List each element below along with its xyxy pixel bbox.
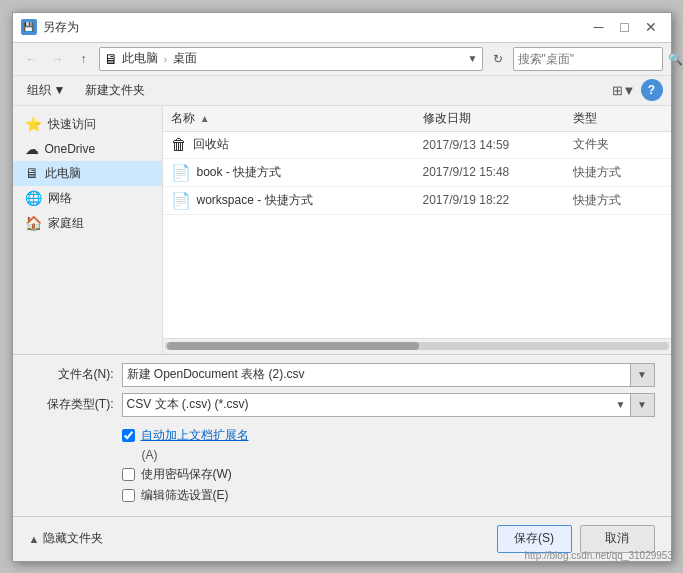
filetype-label: 保存类型(T): bbox=[29, 396, 114, 413]
save-button[interactable]: 保存(S) bbox=[497, 525, 572, 553]
onedrive-icon: ☁ bbox=[25, 141, 39, 157]
nav-item-network[interactable]: 🌐 网络 bbox=[13, 186, 162, 211]
filter-settings-row: 编辑筛选设置(E) bbox=[122, 487, 655, 504]
this-pc-icon: 🖥 bbox=[25, 165, 39, 181]
password-label[interactable]: 使用密码保存(W) bbox=[141, 466, 232, 483]
footer: ▲ 隐藏文件夹 保存(S) 取消 bbox=[13, 516, 671, 561]
homegroup-icon: 🏠 bbox=[25, 215, 42, 231]
file-name-workspace: workspace - 快捷方式 bbox=[197, 192, 423, 209]
address-bar[interactable]: 🖥 此电脑 › 桌面 ▼ bbox=[99, 47, 483, 71]
filetype-value: CSV 文本 (.csv) (*.csv) bbox=[127, 396, 616, 413]
nav-item-onedrive[interactable]: ☁ OneDrive bbox=[13, 137, 162, 161]
cancel-button[interactable]: 取消 bbox=[580, 525, 655, 553]
nav-item-network-label: 网络 bbox=[48, 190, 150, 207]
file-type-book: 快捷方式 bbox=[573, 164, 663, 181]
refresh-button[interactable]: ↻ bbox=[487, 48, 509, 70]
minimize-button[interactable]: ─ bbox=[587, 17, 611, 37]
up-button[interactable]: ↑ bbox=[73, 48, 95, 70]
title-controls: ─ □ ✕ bbox=[587, 17, 663, 37]
network-icon: 🌐 bbox=[25, 190, 42, 206]
dialog-icon: 💾 bbox=[21, 19, 37, 35]
filetype-dropdown-button[interactable]: ▼ bbox=[631, 393, 655, 417]
new-folder-button[interactable]: 新建文件夹 bbox=[79, 79, 151, 102]
nav-item-quick-access-label: 快速访问 bbox=[48, 116, 150, 133]
address-dropdown-arrow[interactable]: ▼ bbox=[468, 53, 478, 64]
auto-ext-label[interactable]: 自动加上文档扩展名 bbox=[141, 427, 249, 444]
col-name-header[interactable]: 名称 ▲ bbox=[171, 110, 423, 127]
main-area: ⭐ 快速访问 ☁ OneDrive 🖥 此电脑 🌐 网络 🏠 家庭组 bbox=[13, 106, 671, 354]
auto-ext-checkbox[interactable] bbox=[122, 429, 135, 442]
file-date-workspace: 2017/9/19 18:22 bbox=[423, 193, 573, 207]
search-icon: 🔍 bbox=[668, 52, 683, 66]
organize-label: 组织 bbox=[27, 82, 51, 99]
nav-item-quick-access[interactable]: ⭐ 快速访问 bbox=[13, 112, 162, 137]
address-folder-icon: 🖥 bbox=[104, 51, 118, 67]
view-toggle-button[interactable]: ⊞ ▼ bbox=[611, 79, 637, 101]
close-button[interactable]: ✕ bbox=[639, 17, 663, 37]
forward-button[interactable]: → bbox=[47, 48, 69, 70]
search-bar[interactable]: 🔍 bbox=[513, 47, 663, 71]
help-button[interactable]: ? bbox=[641, 79, 663, 101]
nav-item-homegroup-label: 家庭组 bbox=[48, 215, 150, 232]
checkbox-area: 自动加上文档扩展名 (A) 使用密码保存(W) 编辑筛选设置(E) bbox=[29, 423, 655, 508]
bottom-form-area: 文件名(N): ▼ 保存类型(T): CSV 文本 (.csv) (*.csv)… bbox=[13, 354, 671, 516]
scrollbar-track bbox=[165, 342, 669, 350]
col-type-header[interactable]: 类型 bbox=[573, 110, 663, 127]
nav-panel: ⭐ 快速访问 ☁ OneDrive 🖥 此电脑 🌐 网络 🏠 家庭组 bbox=[13, 106, 163, 354]
horizontal-scrollbar[interactable] bbox=[163, 338, 671, 354]
organize-button[interactable]: 组织 ▼ bbox=[21, 79, 72, 102]
nav-item-this-pc[interactable]: 🖥 此电脑 bbox=[13, 161, 162, 186]
file-list-area: 名称 ▲ 修改日期 类型 🗑 回收站 2017/9/13 14:59 文件夹 bbox=[163, 106, 671, 354]
toolbar2-right: ⊞ ▼ ? bbox=[611, 79, 663, 101]
recycle-bin-icon: 🗑 bbox=[171, 136, 187, 154]
save-as-dialog: 💾 另存为 ─ □ ✕ ← → ↑ 🖥 此电脑 › 桌面 ▼ ↻ 🔍 组织 ▼ bbox=[12, 12, 672, 562]
filename-input[interactable] bbox=[122, 363, 631, 387]
filetype-row: 保存类型(T): CSV 文本 (.csv) (*.csv) ▼ ▼ bbox=[29, 393, 655, 417]
file-list-header: 名称 ▲ 修改日期 类型 bbox=[163, 106, 671, 132]
address-toolbar: ← → ↑ 🖥 此电脑 › 桌面 ▼ ↻ 🔍 bbox=[13, 43, 671, 76]
book-shortcut-icon: 📄 bbox=[171, 163, 191, 182]
breadcrumb-pc: 此电脑 bbox=[122, 50, 158, 67]
action-toolbar: 组织 ▼ 新建文件夹 ⊞ ▼ ? bbox=[13, 76, 671, 106]
file-row-workspace[interactable]: 📄 workspace - 快捷方式 2017/9/19 18:22 快捷方式 bbox=[163, 187, 671, 215]
password-checkbox[interactable] bbox=[122, 468, 135, 481]
auto-ext-sublabel: (A) bbox=[122, 448, 655, 462]
quick-access-icon: ⭐ bbox=[25, 116, 42, 132]
organize-dropdown-icon: ▼ bbox=[54, 83, 66, 97]
password-row: 使用密码保存(W) bbox=[122, 466, 655, 483]
file-name-book: book - 快捷方式 bbox=[197, 164, 423, 181]
new-folder-label: 新建文件夹 bbox=[85, 82, 145, 99]
file-type-recycle: 文件夹 bbox=[573, 136, 663, 153]
workspace-shortcut-icon: 📄 bbox=[171, 191, 191, 210]
filter-settings-label[interactable]: 编辑筛选设置(E) bbox=[141, 487, 229, 504]
scrollbar-thumb bbox=[167, 342, 419, 350]
maximize-button[interactable]: □ bbox=[613, 17, 637, 37]
breadcrumb-desktop: 桌面 bbox=[173, 50, 197, 67]
filename-dropdown-button[interactable]: ▼ bbox=[631, 363, 655, 387]
hide-folders-toggle[interactable]: ▲ 隐藏文件夹 bbox=[29, 530, 104, 547]
view-dropdown-icon: ▼ bbox=[623, 83, 636, 98]
nav-item-this-pc-label: 此电脑 bbox=[45, 165, 150, 182]
filetype-dropdown[interactable]: CSV 文本 (.csv) (*.csv) ▼ bbox=[122, 393, 631, 417]
sort-arrow: ▲ bbox=[200, 113, 210, 124]
filename-label: 文件名(N): bbox=[29, 366, 114, 383]
file-list: 🗑 回收站 2017/9/13 14:59 文件夹 📄 book - 快捷方式 … bbox=[163, 132, 671, 338]
title-bar: 💾 另存为 ─ □ ✕ bbox=[13, 13, 671, 43]
col-date-header[interactable]: 修改日期 bbox=[423, 110, 573, 127]
search-input[interactable] bbox=[518, 52, 668, 66]
file-date-recycle: 2017/9/13 14:59 bbox=[423, 138, 573, 152]
file-row-book[interactable]: 📄 book - 快捷方式 2017/9/12 15:48 快捷方式 bbox=[163, 159, 671, 187]
file-type-workspace: 快捷方式 bbox=[573, 192, 663, 209]
chevron-up-icon: ▲ bbox=[29, 533, 40, 545]
nav-item-onedrive-label: OneDrive bbox=[45, 142, 150, 156]
back-button[interactable]: ← bbox=[21, 48, 43, 70]
footer-actions: 保存(S) 取消 bbox=[497, 525, 655, 553]
auto-ext-row: 自动加上文档扩展名 bbox=[122, 427, 655, 444]
file-date-book: 2017/9/12 15:48 bbox=[423, 165, 573, 179]
dialog-title: 另存为 bbox=[43, 19, 587, 36]
file-row-recycle[interactable]: 🗑 回收站 2017/9/13 14:59 文件夹 bbox=[163, 132, 671, 159]
file-name-recycle: 回收站 bbox=[193, 136, 423, 153]
filter-settings-checkbox[interactable] bbox=[122, 489, 135, 502]
nav-item-homegroup[interactable]: 🏠 家庭组 bbox=[13, 211, 162, 236]
filename-row: 文件名(N): ▼ bbox=[29, 363, 655, 387]
